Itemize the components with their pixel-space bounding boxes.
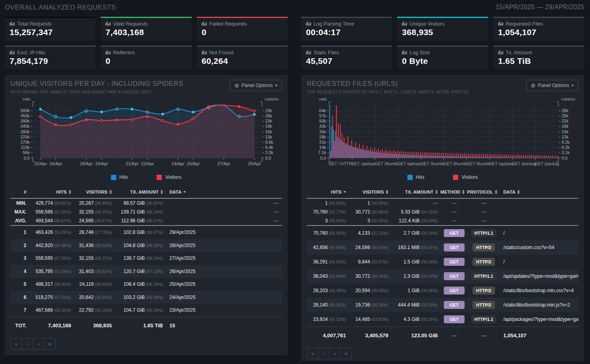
pagination-last-button[interactable]: » [340, 348, 352, 359]
stat-label-text: Log Size [409, 49, 430, 55]
sort-up-arrow [69, 190, 71, 192]
protocol-cell: HTTP/2 [467, 301, 500, 309]
column-header-label: # [24, 190, 26, 194]
number: 122.4 KiB [399, 218, 419, 224]
stat-label: Unique Visitors [402, 21, 483, 27]
hits-cell: 488,317(06.60%) [30, 281, 74, 287]
stat-label-text: Requested Files [506, 21, 543, 27]
svg-text:110k: 110k [21, 145, 30, 150]
sort-icon [517, 190, 520, 194]
hits-cell: 70,760(00.96%) [307, 230, 349, 236]
bar-chart-icon [105, 49, 111, 55]
column-header-hits[interactable]: HITS [307, 190, 349, 194]
sort-icon [462, 190, 465, 194]
row-index: 1 [10, 229, 30, 235]
number: 5.33 GiB [401, 209, 420, 215]
percent: (06.26%) [54, 230, 71, 235]
number: 139.7 GiB [123, 255, 145, 261]
hits-cell: 70,760(01.77%) [307, 209, 349, 215]
column-header-visitors[interactable]: VISITORS [74, 190, 115, 194]
url-cell: / [500, 259, 578, 265]
column-header-data[interactable]: DATA [166, 190, 271, 194]
method-badge: GET [444, 229, 465, 237]
number: 1 [325, 200, 328, 206]
stat-label: Static Files [306, 49, 387, 55]
panel-options-label: Panel Options [241, 83, 273, 88]
stat-value: 0 [202, 28, 283, 37]
svg-text:GET / HTTP/: GET / HTTP/ [328, 161, 353, 166]
column-header-tx-amount[interactable]: TX. AMOUNT [391, 190, 441, 194]
number: 36,043 [313, 273, 328, 279]
legend-label: Visitors [461, 174, 478, 180]
dash: — [433, 200, 438, 206]
hits-cell: 467,566(06.32%) [30, 307, 74, 313]
data-total-cell: 1,054,107 [500, 332, 578, 338]
stat-label: Failed Requests [202, 21, 283, 27]
percent: (08.24%) [146, 256, 163, 261]
sort-icon [109, 190, 112, 194]
number: 120.7 GiB [123, 269, 145, 274]
tx-amount-cell: 106.4 GiB(06.28%) [115, 281, 166, 287]
percent: (05.81%) [54, 201, 71, 206]
column-header-label: HITS [56, 190, 67, 194]
bar-chart-icon [202, 49, 207, 55]
method-badge: GET [444, 258, 465, 266]
panel-options-button[interactable]: ⚙ Panel Options ▾ [526, 80, 578, 91]
table-row: 42,856(00.58%)24,586(06.66%)163.1 MiB(00… [307, 240, 578, 255]
panel-options-button[interactable]: ⚙ Panel Options ▾ [230, 80, 282, 91]
stats-group-left: Total Requests15,257,347Valid Requests7,… [5, 17, 288, 69]
column-header-data[interactable]: DATA [500, 190, 578, 194]
stat-card: Excl. IP Hits7,854,179 [5, 46, 95, 69]
stat-card: Total Requests15,257,347 [5, 17, 95, 41]
row-index: 6 [10, 295, 30, 300]
svg-text:500k: 500k [20, 108, 30, 113]
table-header-row: #HITSVISITORSTX. AMOUNTDATA [10, 186, 282, 199]
number: 442,920 [36, 243, 53, 248]
column-header-visitors[interactable]: VISITORS [349, 190, 391, 194]
number: 9,844 [358, 259, 370, 265]
bar-chart-icon [306, 21, 311, 27]
pagination-next-button[interactable]: › [329, 348, 341, 359]
date-cell: 24/Apr/2025 [166, 295, 271, 300]
pagination-prev-button[interactable]: ‹ [22, 338, 33, 350]
column-header-tx-amount[interactable]: TX. AMOUNT [115, 190, 166, 194]
column-header-label: VISITORS [363, 190, 384, 194]
table-row: 3559,595(07.56%)32,155(08.72%)139.7 GiB(… [10, 252, 282, 265]
tx-amount-cell: 103.2 GiB(06.09%) [115, 295, 166, 300]
date-cell: 25/Apr/2025 [166, 281, 271, 287]
requests-chart-wrap: 64k28k57k25k50k22k42k18k35k15k28k12k21k9… [307, 98, 578, 181]
sort-down-arrow [495, 192, 497, 194]
protocol-cell: HTTP/2 [467, 258, 500, 266]
number: 559,595 [36, 209, 53, 215]
pagination-last-button[interactable]: » [44, 338, 56, 350]
visitors-cell: 20,642(05.60%) [74, 295, 115, 300]
stats-group-right: Log Parsing Time00:04:17Unique Visitors3… [301, 17, 584, 69]
table-row: 36,043(00.49%)30,772(08.34%)1.3 GiB(00.0… [307, 269, 578, 283]
pagination-first-button[interactable]: « [10, 338, 22, 350]
method-cell: — [441, 218, 467, 224]
sort-down-arrow [161, 192, 163, 194]
visitors-chart-wrap: 500k29k450k26k390k23k340k19k280k16k220k1… [10, 98, 282, 181]
pagination-prev-button[interactable]: ‹ [318, 348, 330, 359]
table-row: 4535,795(07.24%)31,403(08.51%)120.7 GiB(… [10, 265, 282, 278]
percent: (08.72%) [95, 256, 112, 261]
number: 20,642 [79, 295, 94, 300]
column-header-protocol[interactable]: PROTOCOL [467, 190, 500, 194]
svg-text:7.1k: 7.1k [318, 150, 326, 155]
pagination: «‹›» [10, 338, 56, 350]
tx-amount-cell: 1.3 GiB(00.07%) [391, 273, 441, 279]
summary-row: MIN.429,774(05.81%)20,267(05.49%)98.57 G… [10, 199, 282, 208]
pagination-next-button[interactable]: › [33, 338, 44, 350]
visitors-cell: 32,155(08.72%) [74, 209, 115, 215]
svg-text:9.2k: 9.2k [562, 140, 570, 144]
visitors-table: #HITSVISITORSTX. AMOUNTDATAMIN.429,774(0… [10, 186, 282, 334]
number: 1 [368, 200, 370, 206]
protocol-badge: HTTP/2 [473, 243, 495, 251]
number: 20,267 [79, 200, 94, 206]
legend-item-hits: Hits [407, 174, 425, 180]
pagination-first-button[interactable]: « [307, 348, 318, 359]
percent: (06.32%) [54, 308, 71, 313]
svg-text:57k: 57k [319, 113, 326, 118]
column-header-method[interactable]: METHOD [441, 190, 467, 194]
column-header-hits[interactable]: HITS [30, 190, 74, 194]
